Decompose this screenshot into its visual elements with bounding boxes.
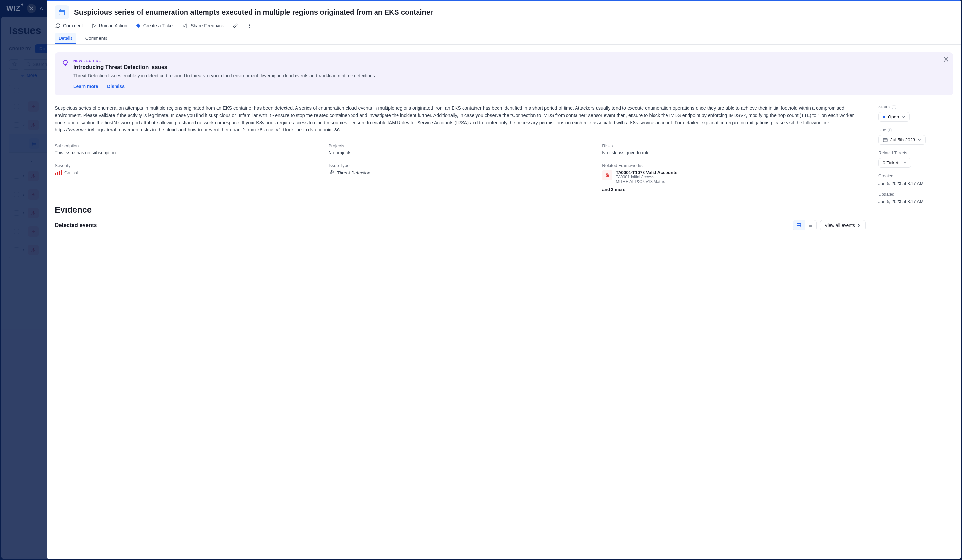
- lightbulb-icon: [62, 60, 69, 89]
- content-main: Suspicious series of enumeration attempt…: [55, 105, 865, 231]
- svg-rect-2: [136, 23, 140, 27]
- projects-label: Projects: [329, 144, 592, 148]
- svg-point-6: [331, 172, 332, 174]
- subscription-label: Subscription: [55, 144, 318, 148]
- view-toggle: [793, 220, 817, 231]
- copy-link-button[interactable]: [232, 23, 238, 29]
- svg-point-5: [249, 27, 250, 27]
- view-controls: View all events: [793, 220, 865, 231]
- dismiss-link[interactable]: Dismiss: [107, 84, 124, 89]
- meta-frameworks: Related Frameworks & TA0001-T1078 Valid …: [602, 163, 865, 192]
- framework-sub1: TA0001 Initial Access: [616, 175, 677, 179]
- learn-more-link[interactable]: Learn more: [73, 84, 98, 89]
- feature-banner: NEW FEATURE Introducing Threat Detection…: [55, 52, 953, 95]
- svg-point-3: [249, 24, 250, 24]
- framework-title: TA0001-T1078 Valid Accounts: [616, 170, 677, 175]
- chevron-down-icon: [901, 115, 906, 119]
- container-icon: [58, 8, 66, 16]
- detected-events-heading: Detected events: [55, 222, 97, 229]
- panel-tabs: Details Comments: [47, 29, 961, 45]
- panel-header: Suspicious series of enumeration attempt…: [47, 1, 961, 19]
- chevron-right-icon: [857, 223, 861, 227]
- updated-value: Jun 5, 2023 at 8:17 AM: [878, 199, 953, 204]
- risks-label: Risks: [602, 144, 865, 148]
- svg-point-4: [249, 25, 250, 26]
- comment-button[interactable]: Comment: [55, 23, 83, 29]
- tab-comments[interactable]: Comments: [82, 33, 111, 44]
- share-feedback-button[interactable]: Share Feedback: [182, 23, 224, 29]
- info-icon[interactable]: i: [888, 128, 892, 132]
- chevron-down-icon: [918, 138, 922, 142]
- meta-issue-type: Issue Type Threat Detection: [329, 163, 592, 192]
- tickets-dropdown[interactable]: 0 Tickets: [878, 158, 911, 168]
- framework-sub2: MITRE ATT&CK v13 Matrix: [616, 179, 677, 184]
- due-label: Due i: [878, 127, 953, 132]
- svg-rect-7: [797, 224, 801, 225]
- svg-rect-1: [59, 10, 65, 15]
- severity-value: Critical: [65, 170, 78, 175]
- issue-type-icon: [55, 5, 69, 19]
- banner-actions: Learn more Dismiss: [73, 84, 946, 89]
- tickets-label: Related Tickets: [878, 150, 953, 155]
- play-icon: [91, 23, 97, 28]
- megaphone-icon: [182, 23, 188, 29]
- chevron-down-icon: [903, 161, 907, 165]
- status-dot-icon: [883, 116, 885, 118]
- meta-subscription: Subscription This Issue has no subscript…: [55, 144, 318, 155]
- severity-bars-icon: [55, 170, 62, 175]
- content-sidebar: Status i Open Due i: [878, 105, 953, 231]
- evidence-heading: Evidence: [55, 205, 865, 215]
- created-value: Jun 5, 2023 at 8:17 AM: [878, 181, 953, 186]
- more-vertical-icon: [247, 23, 252, 28]
- subscription-value: This Issue has no subscription: [55, 150, 318, 155]
- created-section: Created Jun 5, 2023 at 8:17 AM: [878, 174, 953, 186]
- tickets-section: Related Tickets 0 Tickets: [878, 150, 953, 168]
- framework-item[interactable]: & TA0001-T1078 Valid Accounts TA0001 Ini…: [602, 170, 865, 184]
- card-view-toggle[interactable]: [793, 220, 805, 230]
- more-menu-button[interactable]: [247, 23, 252, 28]
- tab-details[interactable]: Details: [55, 33, 76, 44]
- comment-icon: [55, 23, 61, 29]
- run-action-button[interactable]: Run an Action: [91, 23, 127, 28]
- status-dropdown[interactable]: Open: [878, 112, 910, 122]
- issue-type-row: Threat Detection: [329, 170, 592, 176]
- updated-section: Updated Jun 5, 2023 at 8:17 AM: [878, 192, 953, 204]
- view-all-events-button[interactable]: View all events: [820, 220, 865, 231]
- content-row: Suspicious series of enumeration attempt…: [55, 105, 953, 231]
- card-view-icon: [796, 223, 801, 228]
- ticket-icon: [136, 23, 141, 28]
- link-icon: [232, 23, 238, 29]
- issue-type-value: Threat Detection: [337, 170, 371, 176]
- due-date-picker[interactable]: Jul 5th 2023: [878, 135, 926, 145]
- detected-row: Detected events View all events: [55, 220, 865, 231]
- projects-value: No projects: [329, 150, 592, 155]
- status-label: Status i: [878, 105, 953, 110]
- banner-badge: NEW FEATURE: [73, 59, 946, 63]
- mitre-icon: &: [602, 170, 612, 180]
- svg-rect-8: [797, 226, 801, 227]
- panel-actions: Comment Run an Action Create a Ticket Sh…: [47, 19, 961, 29]
- frameworks-label: Related Frameworks: [602, 163, 865, 168]
- meta-risks: Risks No risk assigned to rule: [602, 144, 865, 155]
- panel-body: NEW FEATURE Introducing Threat Detection…: [47, 45, 961, 559]
- issue-type-label: Issue Type: [329, 163, 592, 168]
- svg-rect-9: [883, 138, 887, 142]
- banner-text: Threat Detection Issues enable you detec…: [73, 73, 946, 79]
- create-ticket-button[interactable]: Create a Ticket: [136, 23, 174, 28]
- meta-severity: Severity Critical: [55, 163, 318, 192]
- updated-label: Updated: [878, 192, 953, 197]
- calendar-icon: [883, 137, 888, 142]
- risks-value: No risk assigned to rule: [602, 150, 865, 155]
- banner-title: Introducing Threat Detection Issues: [73, 64, 946, 71]
- meta-grid: Subscription This Issue has no subscript…: [55, 144, 865, 192]
- list-view-toggle[interactable]: [805, 220, 816, 230]
- x-icon: [944, 57, 948, 61]
- status-section: Status i Open: [878, 105, 953, 122]
- frameworks-more[interactable]: and 3 more: [602, 187, 865, 192]
- banner-close-button[interactable]: [944, 57, 948, 61]
- info-icon[interactable]: i: [892, 105, 896, 110]
- due-section: Due i Jul 5th 2023: [878, 127, 953, 145]
- severity-label: Severity: [55, 163, 318, 168]
- issue-description: Suspicious series of enumeration attempt…: [55, 105, 865, 134]
- list-view-icon: [808, 223, 813, 228]
